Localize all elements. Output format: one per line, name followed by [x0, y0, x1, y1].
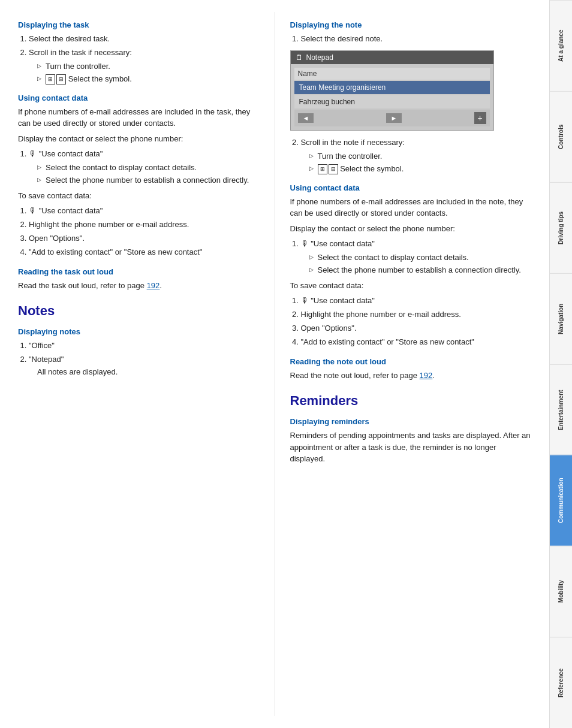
step-text: Open "Options".	[29, 234, 85, 243]
sidebar-tab-mobility[interactable]: Mobility	[550, 546, 572, 637]
list-item: "Office"	[29, 340, 260, 352]
using-contact-para3-left: To save contact data:	[18, 190, 260, 202]
reading-task-header: Reading the task out loud	[18, 267, 260, 276]
reading-note-text-before: Read the note out loud, refer to page	[290, 371, 420, 380]
ctrl-icon-1: ⊞	[318, 164, 327, 175]
list-item: "Add to existing contact" or "Store as n…	[29, 246, 260, 259]
icon-voice: 🎙	[301, 296, 311, 305]
icon-voice: 🎙	[301, 239, 311, 248]
list-item: Open "Options".	[301, 322, 532, 335]
step-text: Highlight the phone number or e-mail add…	[29, 220, 189, 229]
list-item: 🎙 "Use contact data" Select the contact …	[301, 238, 532, 276]
using-contact-para1-right: If phone numbers of e-mail addresses are…	[290, 196, 532, 219]
using-contact-steps2-left: 🎙 "Use contact data" Highlight the phone…	[29, 205, 260, 258]
list-item: Scroll in the task if necessary: Turn th…	[29, 47, 260, 85]
list-item: Highlight the phone number or e-mail add…	[301, 309, 532, 321]
reading-task-text: Read the task out loud, refer to page 19…	[18, 280, 260, 292]
reading-note-link[interactable]: 192	[420, 371, 433, 380]
sub-step-text: Select the contact to display contact de…	[318, 253, 469, 262]
step-text: "Use contact data"	[39, 206, 103, 215]
sub-step-text: ⊞ ⊟ Select the symbol.	[46, 74, 132, 83]
displaying-note-header: Displaying the note	[290, 20, 532, 29]
reading-task-period: .	[159, 281, 162, 290]
list-item: ⊞ ⊟ Select the symbol.	[309, 163, 532, 175]
icon-voice: 🎙	[29, 206, 39, 215]
sidebar-tab-label: Communication	[558, 478, 564, 524]
sidebar-tab-communication[interactable]: Communication	[550, 455, 572, 546]
list-item: 🎙 "Use contact data"	[29, 205, 260, 218]
sidebar-tab-driving-tips[interactable]: Driving tips	[550, 182, 572, 273]
step-text: "Use contact data"	[311, 296, 375, 305]
using-contact-data-header-left: Using contact data	[18, 93, 260, 102]
sidebar-tab-label: Entertainment	[558, 389, 564, 430]
sub-list: Select the contact to display contact de…	[309, 252, 532, 276]
list-item: Select the phone number to establish a c…	[309, 264, 532, 276]
sidebar-tab-controls[interactable]: Controls	[550, 91, 572, 182]
sub-list: Select the contact to display contact de…	[37, 162, 260, 186]
list-item: Select the desired note.	[301, 33, 532, 46]
sub-step-text: Select the phone number to establish a c…	[318, 265, 521, 274]
list-item: "Add to existing contact" or "Store as n…	[301, 336, 532, 349]
step-text: Select the desired note.	[301, 34, 383, 43]
notepad-controls: ◄ ► +	[294, 110, 490, 126]
list-item: ⊞ ⊟ Select the symbol.	[37, 73, 260, 85]
step-text: "Use contact data"	[39, 149, 103, 158]
sub-list: Turn the controller. ⊞ ⊟ Select the symb…	[37, 61, 260, 85]
notepad-item[interactable]: Fahrzeug buchen	[294, 95, 490, 108]
sidebar-tab-label: Controls	[558, 125, 564, 149]
ctrl-icon-2: ⊟	[329, 164, 338, 175]
sidebar-tab-label: Navigation	[558, 304, 564, 334]
displaying-notes-steps: "Office" "Notepad" All notes are display…	[29, 340, 260, 378]
controller-icons: ⊞ ⊟	[46, 74, 66, 85]
displaying-task-header: Displaying the task	[18, 20, 260, 29]
list-item: Select the desired task.	[29, 33, 260, 46]
displaying-reminders-header: Displaying reminders	[290, 417, 532, 426]
using-contact-steps1-right: 🎙 "Use contact data" Select the contact …	[301, 238, 532, 276]
left-column: Displaying the task Select the desired t…	[18, 12, 275, 716]
step-text: "Notepad"	[29, 355, 64, 364]
step-text: "Office"	[29, 341, 55, 350]
reading-task-link[interactable]: 192	[147, 281, 160, 290]
sidebar-tab-navigation[interactable]: Navigation	[550, 273, 572, 364]
list-item: Select the phone number to establish a c…	[37, 174, 260, 186]
sub-step-text: Turn the controller.	[318, 152, 383, 161]
sub-step-text: Turn the controller.	[46, 62, 110, 71]
sidebar-tab-reference[interactable]: Reference	[550, 637, 572, 728]
notepad-titlebar: 🗒 Notepad	[291, 51, 493, 64]
notepad-prev-btn[interactable]: ◄	[298, 113, 314, 123]
step-text: Open "Options".	[301, 324, 357, 333]
ctrl-icon-2: ⊟	[56, 74, 66, 85]
using-contact-data-header-right: Using contact data	[290, 183, 532, 192]
sidebar-tab-label: Reference	[558, 668, 564, 697]
using-contact-para1-left: If phone numbers of e-mail addresses are…	[18, 106, 260, 129]
notes-section-header: Notes	[18, 303, 260, 319]
displaying-reminders-para: Reminders of pending appointments and ta…	[290, 430, 532, 465]
displaying-task-steps: Select the desired task. Scroll in the t…	[29, 33, 260, 85]
notepad-next-btn[interactable]: ►	[386, 113, 402, 123]
list-item: "Notepad" All notes are displayed.	[29, 354, 260, 379]
notepad-item-selected[interactable]: Team Meeting organisieren	[294, 81, 490, 94]
sidebar-tab-label: At a glance	[558, 30, 564, 62]
list-item: Open "Options".	[29, 232, 260, 245]
step-text: "Add to existing contact" or "Store as n…	[301, 337, 474, 346]
sidebar-tab-at-a-glance[interactable]: At a glance	[550, 0, 572, 91]
notepad-body: Name Team Meeting organisieren Fahrzeug …	[291, 64, 493, 130]
sub-step-text: Select the phone number to establish a c…	[46, 176, 249, 185]
list-item: Select the contact to display contact de…	[309, 252, 532, 264]
using-contact-steps2-right: 🎙 "Use contact data" Highlight the phone…	[301, 295, 532, 348]
notepad-plus-btn[interactable]: +	[474, 112, 486, 124]
sub-step-text: Select the contact to display contact de…	[46, 163, 197, 172]
step-text: "Add to existing contact" or "Store as n…	[29, 247, 202, 256]
reading-note-header: Reading the note out loud	[290, 357, 532, 366]
list-item: Select the contact to display contact de…	[37, 162, 260, 174]
step-text: Select the desired task.	[29, 34, 110, 43]
list-item: Scroll in the note if necessary: Turn th…	[301, 137, 532, 175]
displaying-note-step2: Scroll in the note if necessary: Turn th…	[301, 137, 532, 175]
displaying-notes-header: Displaying notes	[18, 327, 260, 336]
notes-all-displayed: All notes are displayed.	[29, 367, 118, 376]
ctrl-icon-1: ⊞	[46, 74, 55, 85]
step-text: Highlight the phone number or e-mail add…	[301, 310, 461, 319]
sidebar-tab-entertainment[interactable]: Entertainment	[550, 364, 572, 455]
notepad-icon: 🗒	[296, 53, 303, 62]
using-contact-para2-left: Display the contact or select the phone …	[18, 133, 260, 145]
